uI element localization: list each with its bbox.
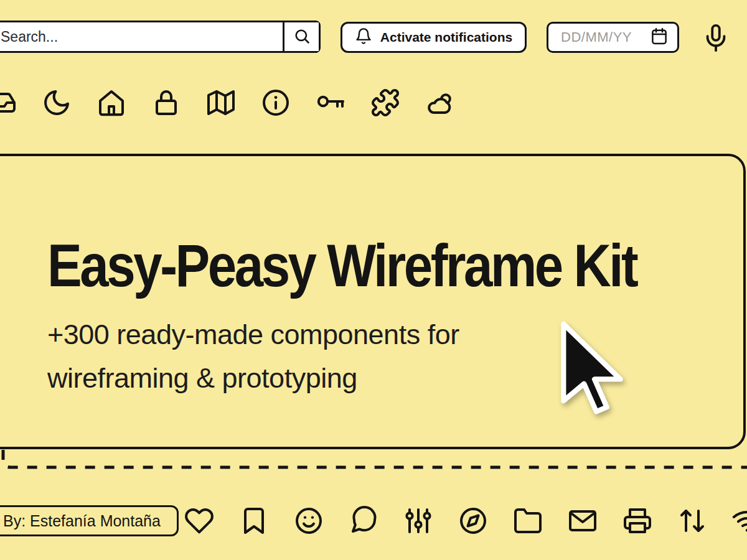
compass-icon[interactable] [458, 506, 488, 536]
lock-icon[interactable] [151, 88, 181, 118]
search-bar [0, 21, 321, 53]
puzzle-icon[interactable] [370, 88, 400, 118]
smiley-icon[interactable] [294, 506, 324, 536]
activate-notifications-button[interactable]: Activate notifications [341, 22, 527, 53]
heart-icon[interactable] [184, 506, 214, 536]
sort-arrows-icon[interactable] [677, 506, 707, 536]
hero-subtitle-line-1: +300 ready-made components for [47, 313, 459, 357]
map-icon[interactable] [206, 88, 236, 118]
moon-icon[interactable] [42, 88, 72, 118]
hero-subtitle-line-2: wireframing & prototyping [47, 357, 459, 400]
author-badge-label: By: Estefanía Montaña [3, 512, 161, 530]
search-input[interactable] [0, 22, 283, 51]
hero-subtitle: +300 ready-made components for wireframi… [47, 313, 459, 400]
chat-bubble-icon[interactable] [349, 506, 378, 536]
wifi-icon[interactable] [732, 506, 747, 536]
search-icon [293, 27, 311, 47]
page-title: Easy-Peasy Wireframe Kit [47, 236, 636, 296]
bell-icon [355, 27, 372, 48]
sliders-icon[interactable] [403, 506, 433, 536]
info-icon[interactable] [261, 88, 291, 118]
calendar-icon [650, 27, 669, 48]
notifications-label: Activate notifications [380, 30, 512, 45]
wireframe-kit-cover: Activate notifications DD/MM/YY [0, 0, 747, 560]
search-button[interactable] [283, 22, 319, 51]
key-icon[interactable] [316, 88, 345, 118]
inbox-icon[interactable] [0, 88, 17, 118]
hero-card: Easy-Peasy Wireframe Kit +300 ready-made… [0, 154, 746, 449]
date-placeholder: DD/MM/YY [561, 29, 650, 45]
home-icon[interactable] [96, 88, 126, 118]
bookmark-icon[interactable] [239, 506, 269, 536]
author-badge[interactable]: By: Estefanía Montaña [0, 505, 179, 536]
mail-icon[interactable] [568, 506, 598, 536]
microphone-icon[interactable] [701, 22, 731, 54]
printer-icon[interactable] [622, 506, 652, 536]
cloud-icon[interactable] [425, 88, 455, 118]
date-input[interactable]: DD/MM/YY [547, 22, 679, 53]
top-icon-row [0, 88, 455, 118]
folder-icon[interactable] [513, 506, 543, 536]
bottom-icon-row [184, 506, 747, 536]
dashed-divider [0, 445, 747, 473]
